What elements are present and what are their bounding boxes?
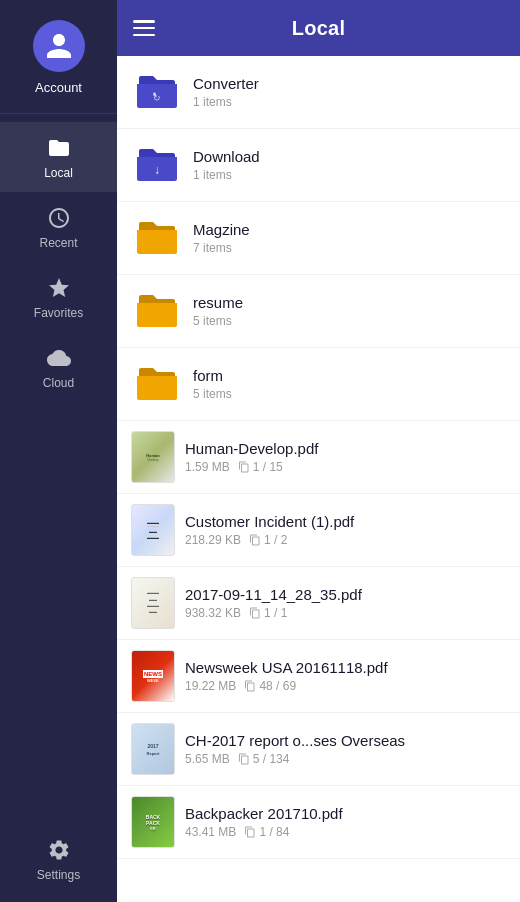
hamburger-line-3	[133, 34, 155, 37]
settings-label: Settings	[37, 868, 80, 882]
copy-icon: 1 / 2	[249, 533, 287, 547]
sidebar-item-favorites[interactable]: Favorites	[0, 262, 117, 332]
star-icon	[47, 276, 71, 300]
list-item[interactable]: Magzine 7 items	[117, 202, 520, 275]
settings-icon	[47, 838, 71, 862]
list-item[interactable]: BACK PACK ER Backpacker 201710.pdf 43.41…	[117, 786, 520, 859]
folder-icon-yellow-resume	[131, 285, 183, 337]
file-name: Magzine	[193, 221, 506, 238]
file-name: CH-2017 report o...ses Overseas	[185, 732, 506, 749]
file-info: Newsweek USA 20161118.pdf 19.22 MB 48 / …	[185, 659, 506, 693]
folder-icon-blue-download: ↓	[131, 139, 183, 191]
copy-icon: 1 / 15	[238, 460, 283, 474]
file-meta: 7 items	[193, 241, 506, 255]
list-item[interactable]: Human Develop Human-Develop.pdf 1.59 MB …	[117, 421, 520, 494]
list-item[interactable]: form 5 items	[117, 348, 520, 421]
file-info: Backpacker 201710.pdf 43.41 MB 1 / 84	[185, 805, 506, 839]
sidebar-item-settings[interactable]: Settings	[0, 824, 117, 902]
file-info: Human-Develop.pdf 1.59 MB 1 / 15	[185, 440, 506, 474]
recent-label: Recent	[39, 236, 77, 250]
folder-icon	[47, 136, 71, 160]
file-list: ↻ Converter 1 items ↓ Download	[117, 56, 520, 902]
list-item[interactable]: ▬▬▬ ▬▬ ▬▬▬ ▬▬ 2017-09-11_14_28_35.pdf 93…	[117, 567, 520, 640]
list-item[interactable]: 2017 Report CH-2017 report o...ses Overs…	[117, 713, 520, 786]
file-info: Converter 1 items	[193, 75, 506, 109]
copy-icon: 48 / 69	[244, 679, 296, 693]
pdf-thumbnail: ▬▬▬ ▬▬ ▬▬▬	[131, 504, 175, 556]
header-title: Local	[155, 17, 482, 40]
sidebar: Account Local Recent Favorites	[0, 0, 117, 902]
file-meta: 1 items	[193, 168, 506, 182]
file-name: resume	[193, 294, 506, 311]
sidebar-item-local[interactable]: Local	[0, 122, 117, 192]
account-section[interactable]: Account	[0, 0, 117, 114]
folder-icon-yellow-magzine	[131, 212, 183, 264]
sidebar-item-cloud[interactable]: Cloud	[0, 332, 117, 402]
pdf-thumbnail: Human Develop	[131, 431, 175, 483]
hamburger-line-1	[133, 20, 155, 23]
svg-text:↓: ↓	[154, 163, 160, 177]
file-meta: 5 items	[193, 314, 506, 328]
file-info: Download 1 items	[193, 148, 506, 182]
list-item[interactable]: ↓ Download 1 items	[117, 129, 520, 202]
list-item[interactable]: resume 5 items	[117, 275, 520, 348]
list-item[interactable]: ↻ Converter 1 items	[117, 56, 520, 129]
cloud-icon	[47, 346, 71, 370]
pdf-thumbnail: ▬▬▬ ▬▬ ▬▬▬ ▬▬	[131, 577, 175, 629]
copy-icon: 1 / 84	[244, 825, 289, 839]
file-info: 2017-09-11_14_28_35.pdf 938.32 KB 1 / 1	[185, 586, 506, 620]
list-item[interactable]: NEWS WEEK Newsweek USA 20161118.pdf 19.2…	[117, 640, 520, 713]
hamburger-button[interactable]	[133, 17, 155, 39]
copy-icon: 5 / 134	[238, 752, 290, 766]
main-content: Local ↻ Converter 1 items	[117, 0, 520, 902]
list-item[interactable]: ▬▬▬ ▬▬ ▬▬▬ Customer Incident (1).pdf 218…	[117, 494, 520, 567]
file-name: 2017-09-11_14_28_35.pdf	[185, 586, 506, 603]
file-meta: 5 items	[193, 387, 506, 401]
file-name: Human-Develop.pdf	[185, 440, 506, 457]
person-icon	[44, 31, 74, 61]
folder-icon-blue: ↻	[131, 66, 183, 118]
sidebar-item-recent[interactable]: Recent	[0, 192, 117, 262]
file-meta: 19.22 MB 48 / 69	[185, 679, 506, 693]
file-meta: 218.29 KB 1 / 2	[185, 533, 506, 547]
file-name: Converter	[193, 75, 506, 92]
hamburger-line-2	[133, 27, 155, 30]
file-name: Backpacker 201710.pdf	[185, 805, 506, 822]
file-meta: 1.59 MB 1 / 15	[185, 460, 506, 474]
file-name: Customer Incident (1).pdf	[185, 513, 506, 530]
folder-icon-yellow-form	[131, 358, 183, 410]
favorites-label: Favorites	[34, 306, 83, 320]
cloud-label: Cloud	[43, 376, 74, 390]
file-name: Newsweek USA 20161118.pdf	[185, 659, 506, 676]
file-name: form	[193, 367, 506, 384]
pdf-thumbnail: NEWS WEEK	[131, 650, 175, 702]
pdf-thumbnail: BACK PACK ER	[131, 796, 175, 848]
avatar	[33, 20, 85, 72]
local-label: Local	[44, 166, 73, 180]
file-info: resume 5 items	[193, 294, 506, 328]
sidebar-nav: Local Recent Favorites Cloud	[0, 114, 117, 824]
file-meta: 43.41 MB 1 / 84	[185, 825, 506, 839]
file-name: Download	[193, 148, 506, 165]
file-meta: 938.32 KB 1 / 1	[185, 606, 506, 620]
pdf-thumbnail: 2017 Report	[131, 723, 175, 775]
file-info: Customer Incident (1).pdf 218.29 KB 1 / …	[185, 513, 506, 547]
header: Local	[117, 0, 520, 56]
clock-icon	[47, 206, 71, 230]
file-info: form 5 items	[193, 367, 506, 401]
file-info: CH-2017 report o...ses Overseas 5.65 MB …	[185, 732, 506, 766]
file-info: Magzine 7 items	[193, 221, 506, 255]
svg-text:↻: ↻	[153, 93, 161, 103]
file-meta: 1 items	[193, 95, 506, 109]
account-label: Account	[35, 80, 82, 95]
copy-icon: 1 / 1	[249, 606, 287, 620]
file-meta: 5.65 MB 5 / 134	[185, 752, 506, 766]
